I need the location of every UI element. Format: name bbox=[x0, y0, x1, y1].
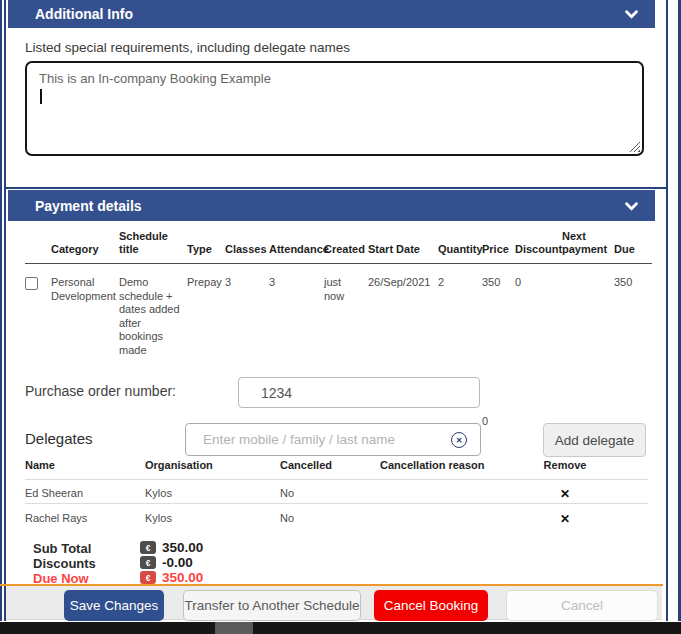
column-header: Type bbox=[187, 230, 225, 264]
row-divider bbox=[25, 503, 648, 504]
cell-next-payment bbox=[562, 264, 614, 358]
remove-delegate-icon[interactable]: ✕ bbox=[530, 512, 600, 526]
discounts-amount: -0.00 bbox=[162, 555, 193, 570]
cell-created: just now bbox=[324, 264, 368, 358]
delegate-cancelled: No bbox=[280, 512, 294, 524]
cancel-booking-button[interactable]: Cancel Booking bbox=[374, 590, 488, 621]
resize-handle-icon[interactable] bbox=[629, 141, 640, 152]
additional-info-header[interactable]: Additional Info bbox=[8, 0, 655, 28]
column-header: Next payment bbox=[562, 230, 614, 264]
delegate-name: Ed Sheeran bbox=[25, 487, 83, 499]
column-header: Organisation bbox=[145, 459, 213, 471]
subtotal-amount: 350.00 bbox=[162, 540, 203, 555]
column-header: Price bbox=[482, 230, 515, 264]
cell-type: Prepay bbox=[187, 264, 225, 358]
payment-table-row: Personal Development Demo schedule + dat… bbox=[25, 264, 652, 358]
remove-delegate-icon[interactable]: ✕ bbox=[530, 487, 600, 501]
payment-table-header-row: Category Schedule title Type Classes Att… bbox=[25, 230, 652, 264]
add-delegate-button[interactable]: Add delegate bbox=[543, 423, 646, 457]
cell-category: Personal Development bbox=[51, 264, 119, 358]
transfer-schedule-button[interactable]: Transfer to Another Schedule bbox=[183, 590, 361, 621]
cell-due: 350 bbox=[614, 264, 652, 358]
chevron-down-icon[interactable] bbox=[625, 198, 638, 214]
column-header: Created bbox=[324, 230, 368, 264]
cell-start-date: 26/Sep/2021 bbox=[368, 264, 438, 358]
special-requirements-text: This is an In-company Booking Example bbox=[39, 71, 271, 86]
subtotal-label: Sub Total bbox=[33, 541, 91, 556]
discounts-row: Discounts € -0.00 bbox=[33, 556, 333, 570]
due-now-row: Due Now € 350.00 bbox=[33, 571, 333, 585]
save-changes-button[interactable]: Save Changes bbox=[64, 590, 164, 621]
special-requirements-label: Listed special requirements, including d… bbox=[25, 40, 350, 55]
booking-modal: Additional Info Listed special requireme… bbox=[0, 0, 681, 634]
column-header: Cancelled bbox=[280, 459, 332, 471]
text-cursor bbox=[40, 89, 42, 104]
chevron-down-icon[interactable] bbox=[625, 6, 638, 22]
delegate-organisation: Kylos bbox=[145, 512, 172, 524]
cell-schedule-title: Demo schedule + dates added after bookin… bbox=[119, 264, 187, 358]
delegates-heading: Delegates bbox=[25, 430, 93, 447]
checkbox-column-header bbox=[25, 230, 51, 264]
euro-icon: € bbox=[140, 556, 156, 569]
horizontal-scrollbar[interactable] bbox=[0, 622, 681, 634]
clear-search-icon[interactable]: ✕ bbox=[451, 432, 467, 448]
cell-attendance: 3 bbox=[269, 264, 324, 358]
cancel-button[interactable]: Cancel bbox=[506, 590, 658, 621]
euro-icon: € bbox=[140, 541, 156, 554]
due-now-amount: 350.00 bbox=[162, 570, 203, 585]
row-divider bbox=[25, 479, 648, 480]
delegate-cancelled: No bbox=[280, 487, 294, 499]
column-header: Discount bbox=[515, 230, 562, 264]
delegate-organisation: Kylos bbox=[145, 487, 172, 499]
special-requirements-textarea[interactable]: This is an In-company Booking Example bbox=[25, 61, 644, 156]
cell-price: 350 bbox=[482, 264, 515, 358]
purchase-order-label: Purchase order number: bbox=[25, 383, 176, 399]
column-header: Classes bbox=[225, 230, 269, 264]
modal-border-inner-left bbox=[4, 0, 6, 621]
cell-discount: 0 bbox=[515, 264, 562, 358]
column-header: Category bbox=[51, 230, 119, 264]
payment-details-title: Payment details bbox=[35, 198, 142, 214]
column-header: Start Date bbox=[368, 230, 438, 264]
payment-row-checkbox[interactable] bbox=[25, 277, 38, 290]
delegate-search: ✕ bbox=[185, 423, 481, 456]
column-header: Remove bbox=[530, 459, 600, 471]
panel-divider bbox=[4, 187, 668, 189]
discounts-label: Discounts bbox=[33, 556, 96, 571]
column-header: Due bbox=[614, 230, 652, 264]
delegate-name: Rachel Rays bbox=[25, 512, 87, 524]
euro-icon: € bbox=[140, 571, 156, 584]
column-header: Cancellation reason bbox=[380, 459, 485, 471]
delegate-search-input[interactable] bbox=[186, 424, 446, 455]
price-total: 0 bbox=[482, 357, 515, 429]
subtotal-row: Sub Total € 350.00 bbox=[33, 541, 333, 555]
column-header: Name bbox=[25, 459, 55, 471]
modal-border-inner-right bbox=[666, 0, 668, 621]
purchase-order-input[interactable] bbox=[238, 377, 480, 408]
cell-classes: 3 bbox=[225, 264, 269, 358]
payment-details-header[interactable]: Payment details bbox=[8, 190, 655, 221]
additional-info-title: Additional Info bbox=[35, 6, 133, 22]
column-header: Attendance bbox=[269, 230, 324, 264]
scrollbar-thumb[interactable] bbox=[215, 622, 253, 634]
column-header: Quantity bbox=[438, 230, 482, 264]
column-header: Schedule title bbox=[119, 230, 187, 264]
cell-quantity: 2 bbox=[438, 264, 482, 358]
modal-border-outer-left bbox=[0, 0, 2, 621]
